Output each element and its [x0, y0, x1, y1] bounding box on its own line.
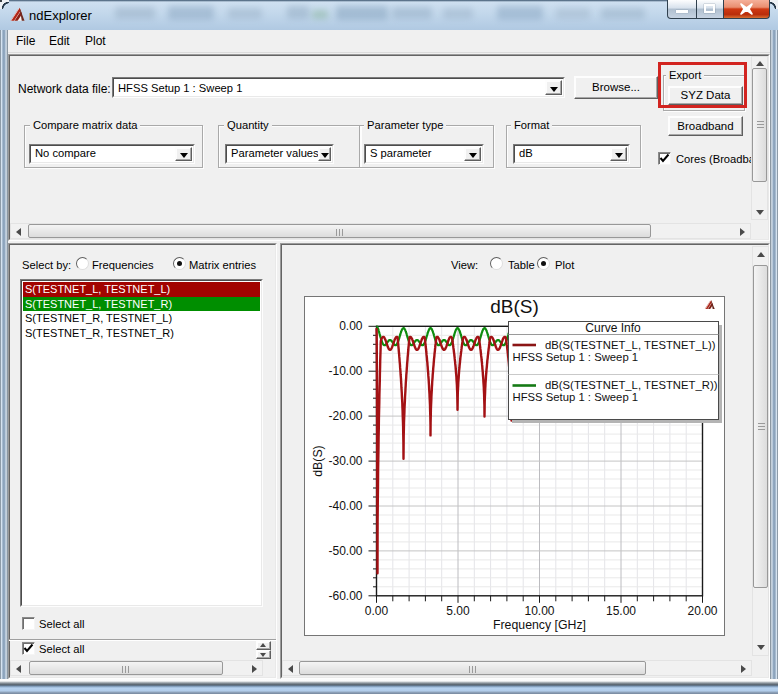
svg-text:-50.00: -50.00 [328, 544, 362, 558]
svg-text:dB(S(TESTNET_L, TESTNET_R)): dB(S(TESTNET_L, TESTNET_R)) [545, 379, 718, 391]
svg-text:Frequency [GHz]: Frequency [GHz] [493, 618, 586, 632]
svg-text:0.00: 0.00 [365, 604, 389, 618]
svg-text:-40.00: -40.00 [328, 499, 362, 513]
svg-text:20.00: 20.00 [687, 604, 717, 618]
svg-text:-10.00: -10.00 [328, 364, 362, 378]
svg-text:-60.00: -60.00 [328, 589, 362, 603]
svg-text:-30.00: -30.00 [328, 454, 362, 468]
svg-text:dB(S): dB(S) [490, 296, 539, 317]
svg-text:0.00: 0.00 [339, 319, 363, 333]
svg-text:dB(S(TESTNET_L, TESTNET_L)): dB(S(TESTNET_L, TESTNET_L)) [545, 339, 716, 351]
svg-text:-20.00: -20.00 [328, 409, 362, 423]
svg-text:HFSS Setup 1 : Sweep 1: HFSS Setup 1 : Sweep 1 [513, 351, 639, 363]
svg-text:10.00: 10.00 [524, 604, 554, 618]
svg-text:Curve Info: Curve Info [585, 321, 641, 335]
svg-text:dB(S): dB(S) [311, 445, 325, 476]
svg-text:HFSS Setup 1 : Sweep 1: HFSS Setup 1 : Sweep 1 [513, 391, 639, 403]
svg-text:5.00: 5.00 [446, 604, 470, 618]
svg-text:15.00: 15.00 [606, 604, 636, 618]
